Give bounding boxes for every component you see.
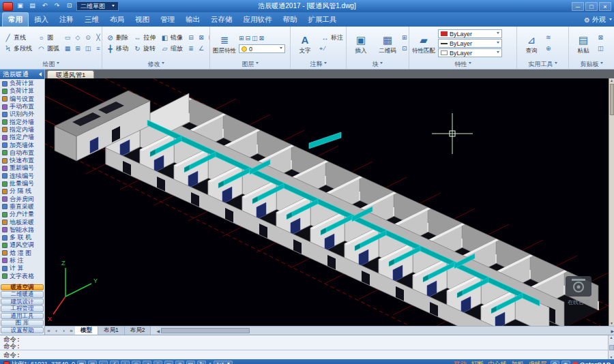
tab-home[interactable]: 常用 — [2, 12, 29, 27]
snap-toggle[interactable]: ▦ — [77, 361, 86, 364]
tab-layout[interactable]: 布局 — [104, 13, 130, 27]
layer-off-icon[interactable]: ⊟ — [246, 33, 251, 44]
layer-on-icon[interactable]: ⊞ — [239, 33, 244, 44]
next-layout-icon[interactable]: › — [60, 327, 68, 335]
prev-layout-icon[interactable]: ‹ — [53, 327, 60, 335]
panel-label-annotate[interactable]: 注释 — [291, 60, 346, 69]
canvas-horizontal-scrollbar[interactable]: ◀ ▶ — [156, 327, 614, 335]
qrcode-button[interactable]: ▦ 二维码 — [375, 33, 400, 54]
osnap-toggle[interactable]: ⊥ — [121, 361, 130, 364]
panel-label-clipboard[interactable]: 剪贴板 — [569, 60, 614, 69]
grid-toggle[interactable]: ⊞ — [88, 361, 97, 364]
copy-clip-icon[interactable]: ◫ — [598, 44, 604, 54]
online-consult-watermark[interactable]: 在线咨询 — [566, 276, 591, 305]
open-icon[interactable]: ▤ — [27, 1, 38, 11]
region-icon[interactable]: ◫ — [83, 44, 93, 54]
canvas-vertical-scrollbar[interactable]: ▲ ▼ — [609, 78, 614, 326]
mode-break[interactable]: 打断 — [470, 360, 485, 364]
command-scrollbar[interactable]: ▲ ▼ — [608, 335, 614, 359]
center-mark-icon[interactable]: ⌖ — [319, 44, 323, 54]
tab-output[interactable]: 输出 — [180, 13, 205, 27]
mode-dashed-layer[interactable]: 虚线层 — [527, 360, 549, 364]
inquiry-button[interactable]: ⊿ 查询 — [519, 33, 544, 54]
clean-screen-icon[interactable]: ◉ — [561, 361, 570, 364]
rectangle-icon[interactable]: ▭ — [63, 33, 72, 43]
layout-tab-1[interactable]: 布局1 — [98, 327, 125, 335]
sidebar-item-text-table[interactable]: 文字表格 — [0, 272, 44, 279]
ducs-toggle[interactable]: ⊿ — [143, 361, 151, 364]
scrollbar-thumb[interactable] — [609, 345, 614, 350]
module-tab-library[interactable]: 图 库 — [1, 320, 44, 327]
donut-icon[interactable]: ⊙ — [83, 33, 93, 43]
trim-icon[interactable]: ⊟ — [186, 33, 196, 43]
line-tool[interactable]: ╱直线 — [2, 33, 33, 43]
last-layout-icon[interactable]: » — [68, 327, 75, 335]
color-select[interactable]: ByLayer — [438, 29, 502, 38]
drawing-canvas[interactable]: Z Y X 在线咨询 — [45, 78, 609, 326]
lineweight-toggle[interactable]: ▭ — [164, 361, 173, 364]
tab-cloud[interactable]: 云存储 — [205, 13, 238, 27]
layer-properties-button[interactable]: ≣ 图层特性 — [212, 33, 237, 54]
close-button[interactable]: × — [599, 2, 611, 11]
dimension-tool[interactable]: ↔标注 — [319, 33, 345, 43]
xline-icon[interactable]: ╳ — [93, 33, 102, 43]
new-icon[interactable]: ▣ — [15, 1, 25, 11]
block-attr-icon[interactable]: ⊡ — [402, 44, 407, 54]
scroll-up-icon[interactable]: ▲ — [610, 335, 613, 339]
selection-cycling-toggle[interactable]: ▤ — [186, 361, 195, 364]
panel-label-block[interactable]: 块 — [347, 60, 409, 69]
layout-tab-model[interactable]: 模型 — [75, 327, 98, 335]
arc-tool[interactable]: ◠圆弧 — [35, 44, 61, 54]
mode-bold[interactable]: 加粗 — [510, 360, 525, 364]
block-edit-icon[interactable]: ⊞ — [402, 33, 407, 43]
offset-icon[interactable]: ≣ — [186, 44, 196, 54]
status-alert-icon[interactable] — [3, 361, 10, 364]
tab-manage[interactable]: 管理 — [155, 13, 180, 27]
scroll-down-icon[interactable]: ▼ — [610, 321, 613, 326]
hatch-icon[interactable]: ▦ — [63, 44, 72, 54]
panel-label-modify[interactable]: 修改 — [102, 60, 209, 69]
mode-centerline[interactable]: 中心线 — [487, 360, 508, 364]
tab-help[interactable]: 帮助 — [278, 13, 303, 27]
erase-tool[interactable]: ⊘删除 — [104, 33, 130, 43]
polygon-icon[interactable]: ◇ — [73, 33, 83, 43]
text-button[interactable]: A 文字 — [293, 33, 317, 54]
module-tab-hvac[interactable]: 暖通空调 — [1, 284, 44, 291]
fillet-icon[interactable]: ⊠ — [196, 33, 206, 43]
mode-linkage[interactable]: 联动 — [453, 360, 468, 364]
layer-freeze-icon[interactable]: ◫ — [252, 33, 258, 44]
print-icon[interactable]: ⊡ — [64, 1, 74, 11]
dyn-toggle[interactable]: ≡ — [154, 361, 162, 364]
spline-icon[interactable]: ≡ — [93, 44, 102, 54]
tab-view[interactable]: 视图 — [130, 13, 155, 27]
tab-apps[interactable]: 应用软件 — [238, 13, 278, 27]
scrollbar-thumb[interactable] — [161, 328, 250, 333]
scrollbar-thumb[interactable] — [610, 84, 614, 115]
stretch-tool[interactable]: ⇔拉伸 — [132, 33, 157, 43]
scroll-up-icon[interactable]: ▲ — [610, 78, 613, 83]
module-tab-architecture[interactable]: 建筑设计 — [1, 299, 44, 305]
ortho-toggle[interactable]: ∟ — [99, 361, 108, 364]
annotation-scale[interactable]: A 1:1 — [208, 361, 233, 364]
minimize-button[interactable]: ─ — [572, 2, 584, 11]
module-tab-general-tools[interactable]: 通用工具 — [1, 313, 44, 320]
first-layout-icon[interactable]: « — [45, 327, 53, 335]
settings-gear-icon[interactable]: ⚙ — [551, 361, 559, 364]
panel-label-utilities[interactable]: 实用工具 — [517, 60, 568, 69]
redo-icon[interactable]: ↷ — [52, 1, 62, 11]
id-point-icon[interactable]: ⊕ — [546, 44, 551, 54]
cut-icon[interactable]: ⊠ — [598, 33, 604, 43]
mirror-tool[interactable]: ◧镜像 — [159, 33, 184, 43]
panel-label-draw[interactable]: 绘图 — [0, 60, 102, 69]
scale-tool[interactable]: ▱缩放 — [159, 44, 184, 54]
layer-select[interactable]: 0 — [239, 44, 285, 53]
distance-icon[interactable]: ≋ — [546, 33, 551, 43]
polar-toggle[interactable]: ∠ — [110, 361, 119, 364]
app-icon[interactable] — [3, 2, 13, 11]
leader-icon[interactable]: ∕ — [324, 44, 325, 54]
panel-label-layers[interactable]: 图层 — [210, 60, 290, 69]
workspace-selector[interactable]: 二维草图 — [76, 1, 119, 11]
match-properties-button[interactable]: ▰ 特性匹配 — [411, 33, 436, 54]
command-input[interactable]: 命令: — [0, 350, 608, 359]
circle-tool[interactable]: ○圆 — [35, 33, 61, 43]
